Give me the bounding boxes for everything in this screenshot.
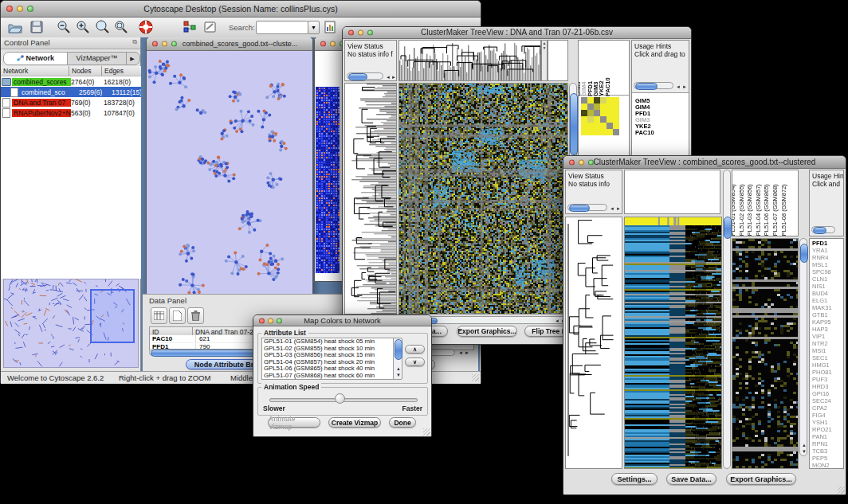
nodes-icon[interactable] xyxy=(183,20,197,37)
network-row[interactable]: DNA and Tran 07769(0)183728(0) xyxy=(1,97,141,107)
zoom-in-icon[interactable] xyxy=(76,20,90,37)
tv2-heatmap-global[interactable] xyxy=(624,217,722,469)
close-button[interactable] xyxy=(320,41,326,47)
col-edges[interactable]: Edges xyxy=(102,66,141,76)
tv1-column-dendrogram[interactable] xyxy=(398,40,541,81)
scroll-right-icon[interactable]: ► xyxy=(465,350,469,355)
tv1-row-dendrogram[interactable] xyxy=(344,83,397,315)
network-canvas[interactable] xyxy=(147,51,311,295)
tv2-zoom-vscrollbar[interactable]: ▲ ▼ xyxy=(799,238,807,456)
close-button[interactable] xyxy=(259,318,265,323)
minimize-button[interactable] xyxy=(579,159,584,165)
minimize-button[interactable] xyxy=(330,41,336,47)
new-document-button[interactable] xyxy=(169,307,186,324)
close-button[interactable] xyxy=(152,41,158,47)
export-graphics-button[interactable]: Export Graphics... xyxy=(726,473,796,485)
save-data-button[interactable]: Save Data... xyxy=(666,473,716,485)
attribute-list-scrollbar[interactable]: ▲ ▼ xyxy=(393,338,402,380)
annotation-icon[interactable] xyxy=(203,20,218,37)
network-view-title-bar[interactable]: combined_scores_good.txt--cluste... xyxy=(147,37,312,51)
search-input[interactable] xyxy=(256,21,308,34)
minimize-button[interactable] xyxy=(358,30,363,36)
scroll-left-icon[interactable]: ◄ xyxy=(676,84,681,89)
scroll-left-icon[interactable]: ◄ xyxy=(555,318,559,323)
save-icon[interactable] xyxy=(29,20,44,37)
minimize-button[interactable] xyxy=(17,6,23,12)
minimize-button[interactable] xyxy=(268,318,273,323)
scroll-down-icon[interactable]: ▼ xyxy=(802,449,807,454)
create-vizmap-button[interactable]: Create Vizmap xyxy=(328,417,381,428)
mini-cell xyxy=(607,116,613,123)
tv1-heatmap[interactable] xyxy=(398,83,568,315)
overview-viewport-rect[interactable] xyxy=(90,289,135,343)
zoom-button[interactable] xyxy=(27,6,33,12)
tv1-status-scrollbar[interactable] xyxy=(347,72,383,80)
resize-grip[interactable] xyxy=(472,374,479,381)
network-overview[interactable] xyxy=(3,279,139,368)
zoom-button[interactable] xyxy=(171,41,177,47)
scroll-left-icon[interactable]: ◄ xyxy=(458,350,463,355)
scroll-up-icon[interactable]: ▲ xyxy=(396,366,401,371)
treeview2-title-bar[interactable]: ClusterMaker TreeView : combined_scores_… xyxy=(563,156,846,169)
scroll-up-icon[interactable]: ▲ xyxy=(802,443,807,447)
tv2-usage-scrollbar[interactable] xyxy=(811,226,835,233)
scroll-right-icon[interactable]: ► xyxy=(682,84,687,89)
col-network[interactable]: Network xyxy=(1,66,69,76)
zoom-button[interactable] xyxy=(277,318,282,323)
attribute-item[interactable]: GPL51-07 (GSM868) heat shock 60 min xyxy=(262,373,393,380)
treeview1-title-bar[interactable]: ClusterMaker TreeView : DNA and Tran 07-… xyxy=(343,27,691,39)
tab-network[interactable]: Network xyxy=(4,53,68,64)
gene-label: PHO81 xyxy=(811,369,832,376)
move-up-button[interactable]: ∧ xyxy=(405,345,425,354)
id-header[interactable]: ID xyxy=(150,327,193,335)
close-button[interactable] xyxy=(6,6,13,12)
float-panel-icon[interactable]: ⧉ xyxy=(132,38,137,46)
speed-slider-thumb[interactable] xyxy=(335,393,345,404)
zoom-out-icon[interactable] xyxy=(57,20,71,37)
export-graphics-button[interactable]: Export Graphics... xyxy=(457,326,517,337)
network-row[interactable]: RNAPuberNov2+N563(0)107847(0) xyxy=(1,107,141,118)
adjacency-grid-canvas[interactable] xyxy=(316,87,340,273)
tv1-arrow-strip[interactable]: ▲▼ xyxy=(541,40,548,81)
scroll-down-icon[interactable]: ▼ xyxy=(396,373,401,377)
main-title-bar[interactable]: Cytoscape Desktop (Session Name: collins… xyxy=(1,1,481,18)
scroll-left-icon[interactable]: ◄ xyxy=(386,75,391,80)
network-view-2-title-bar[interactable] xyxy=(315,37,342,51)
scroll-left-icon[interactable]: ◄ xyxy=(610,206,614,211)
resize-grip[interactable] xyxy=(838,486,845,494)
tv1-mini-heatmap[interactable] xyxy=(581,97,619,135)
mini-cell xyxy=(594,129,600,135)
gene-label: MON2 xyxy=(811,462,832,469)
network-row[interactable]: combined_sco2569(6)13112(15) xyxy=(1,87,141,97)
tab-more-arrow[interactable]: ▶ xyxy=(127,53,138,64)
tv2-status-scrollbar[interactable] xyxy=(567,204,607,211)
table-view-button[interactable] xyxy=(151,307,167,324)
col-nodes[interactable]: Nodes xyxy=(69,66,102,76)
tab-vizmapper[interactable]: VizMapper™ xyxy=(68,53,127,64)
tv2-global-vscrollbar[interactable] xyxy=(723,170,731,469)
help-ring-icon[interactable] xyxy=(138,19,154,38)
open-folder-icon[interactable] xyxy=(7,20,23,37)
close-button[interactable] xyxy=(348,30,354,36)
minimize-button[interactable] xyxy=(162,41,167,47)
tv2-heatmap-zoom[interactable] xyxy=(732,238,799,469)
zoom-selected-icon[interactable] xyxy=(95,20,109,37)
tv2-row-dendrogram[interactable] xyxy=(565,217,622,469)
settings-button[interactable]: Settings... xyxy=(611,473,658,485)
tv1-usage-scrollbar[interactable] xyxy=(634,82,673,89)
scroll-right-icon[interactable]: ► xyxy=(391,75,396,80)
close-button[interactable] xyxy=(569,159,575,165)
document-chart-icon[interactable] xyxy=(323,20,337,37)
zoom-button[interactable] xyxy=(367,30,373,36)
move-down-button[interactable]: ∨ xyxy=(405,357,425,366)
zoom-fit-icon[interactable] xyxy=(114,20,128,37)
trash-button[interactable] xyxy=(187,307,204,324)
resize-grip[interactable] xyxy=(423,428,430,436)
search-dropdown[interactable]: ▼ xyxy=(308,21,320,34)
tv2-top-gap xyxy=(624,170,720,214)
done-button[interactable]: Done xyxy=(389,417,416,428)
scroll-right-icon[interactable]: ► xyxy=(616,206,621,211)
dialog-title-bar[interactable]: Map Colors to Network xyxy=(253,315,431,326)
network-row[interactable]: combined_scores2764(0)16218(0) xyxy=(1,76,141,87)
zoom-button[interactable] xyxy=(588,159,594,165)
